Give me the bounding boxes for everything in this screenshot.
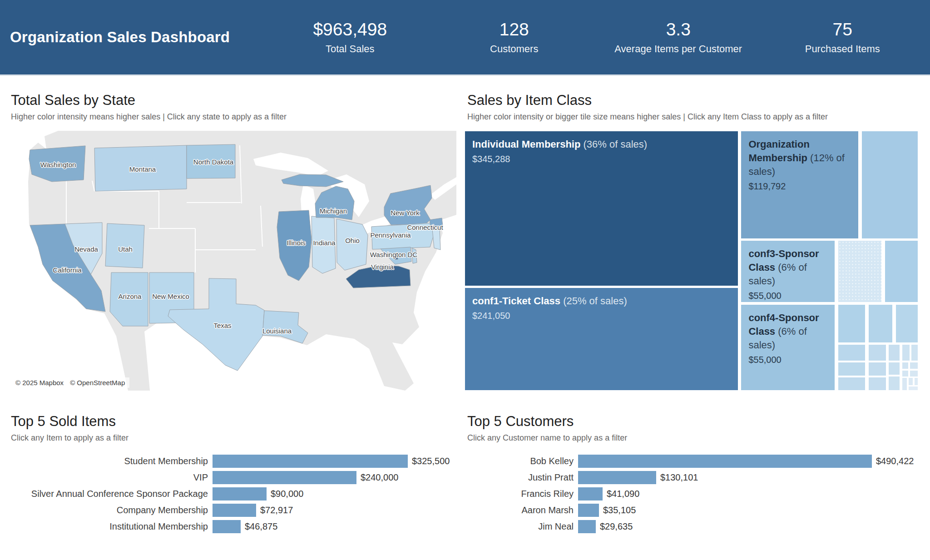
treemap-tile-small-21[interactable]	[910, 370, 918, 377]
sold-item-value: $240,000	[361, 472, 398, 483]
treemap-tile-conf3-sponsor-class[interactable]: conf3-Sponsor Class (6% of sales)$55,000	[741, 240, 835, 302]
panel-top-5-sold-items: Top 5 Sold Items Click any Item to apply…	[8, 391, 456, 535]
customer-label[interactable]: Aaron Marsh	[465, 505, 578, 515]
kpi-purchased-items-label: Purchased Items	[805, 43, 880, 55]
panel-sales-by-item-class: Sales by Item Class Higher color intensi…	[465, 76, 918, 391]
customer-label[interactable]: Jim Neal	[465, 521, 578, 532]
treemap-tile-small-18[interactable]	[902, 362, 909, 369]
tile-value: $55,000	[748, 353, 827, 367]
treemap-tile-small-12[interactable]	[868, 377, 886, 391]
sold-item-label[interactable]: Silver Annual Conference Sponsor Package	[8, 489, 213, 499]
treemap-tile-small-17[interactable]	[911, 344, 918, 361]
customer-bar[interactable]	[578, 504, 599, 517]
label-new-mexico: New Mexico	[152, 292, 189, 300]
sold-item-bar[interactable]	[213, 455, 408, 468]
mapbox-attribution[interactable]: © 2025 Mapbox	[15, 379, 64, 387]
treemap-tile-small-8[interactable]	[838, 362, 866, 376]
label-texas: Texas	[213, 322, 231, 329]
sold-item-row: VIP$240,000	[8, 469, 456, 486]
kpi-customers-value: 128	[500, 20, 529, 40]
treemap-tile-small-1[interactable]	[861, 131, 918, 239]
map-subtitle: Higher color intensity means higher sale…	[11, 112, 456, 122]
map-attribution: © 2025 Mapbox © OpenStreetMap	[11, 377, 129, 388]
sold-item-bar[interactable]	[213, 504, 256, 517]
treemap-tile-small-4[interactable]	[838, 304, 866, 343]
customers-title: Top 5 Customers	[467, 413, 918, 430]
customer-bar[interactable]	[578, 487, 603, 501]
treemap-tile-small-23[interactable]	[908, 377, 913, 385]
kpi-avg-items-label: Average Items per Customer	[614, 43, 742, 55]
us-sales-map[interactable]: Washington Montana North Dakota Nevada U…	[8, 131, 456, 391]
treemap-tile-small-5[interactable]	[868, 304, 893, 343]
tile-title: Individual Membership	[472, 139, 583, 150]
treemap-tile-small-25[interactable]	[908, 386, 918, 391]
tile-title: conf1-Ticket Class	[472, 295, 563, 307]
customer-bar[interactable]	[578, 471, 656, 484]
sold-item-label[interactable]: Student Membership	[8, 456, 213, 466]
treemap-tile-conf4-sponsor-class[interactable]: conf4-Sponsor Class (6% of sales)$55,000	[741, 304, 835, 391]
treemap-tile-small-20[interactable]	[902, 370, 909, 377]
treemap-tile-small-9[interactable]	[838, 377, 866, 391]
customer-row: Jim Neal$29,635	[465, 518, 918, 535]
panel-total-sales-by-state: Total Sales by State Higher color intens…	[8, 76, 456, 391]
label-washington: Washington	[40, 161, 76, 168]
customer-label[interactable]: Bob Kelley	[465, 456, 578, 466]
treemap-tile-small-24[interactable]	[914, 377, 918, 385]
sold-item-bar[interactable]	[213, 487, 267, 501]
sold-item-label[interactable]: Company Membership	[8, 505, 213, 515]
treemap-tile-small-6[interactable]	[895, 304, 918, 343]
treemap-tile-small-3[interactable]	[885, 240, 918, 302]
tile-value: $345,288	[472, 152, 731, 166]
treemap-tile-small-22[interactable]	[902, 377, 907, 391]
treemap-tile-small-2[interactable]	[838, 240, 882, 302]
item-class-treemap: Individual Membership (36% of sales)$345…	[465, 131, 918, 391]
treemap-tile-organization-membership[interactable]: Organization Membership (12% of sales)$1…	[741, 131, 859, 239]
label-north-dakota: North Dakota	[193, 158, 234, 166]
sold-item-value: $90,000	[271, 489, 303, 499]
sold-item-value: $72,917	[260, 505, 293, 515]
sold-item-label[interactable]: Institutional Membership	[8, 521, 213, 532]
customers-subtitle: Click any Customer name to apply as a fi…	[467, 433, 918, 443]
treemap-tile-small-10[interactable]	[868, 344, 886, 361]
customer-value: $35,105	[603, 505, 636, 515]
treemap-tile-small-14[interactable]	[888, 362, 900, 375]
treemap-tile-small-13[interactable]	[888, 344, 900, 361]
label-california: California	[53, 266, 82, 274]
label-connecticut: Connecticut	[407, 223, 443, 231]
treemap-tile-small-7[interactable]	[838, 344, 866, 361]
customer-row: Bob Kelley$490,422	[465, 453, 918, 469]
treemap-tile-small-11[interactable]	[868, 362, 886, 376]
sold-item-bar[interactable]	[213, 520, 241, 533]
treemap-title: Sales by Item Class	[467, 92, 918, 109]
dashboard-title: Organization Sales Dashboard	[0, 29, 230, 46]
sold-item-row: Silver Annual Conference Sponsor Package…	[8, 486, 456, 502]
customer-bar[interactable]	[578, 455, 872, 468]
customer-row: Aaron Marsh$35,105	[465, 502, 918, 518]
sold-item-bar[interactable]	[213, 471, 356, 484]
items-subtitle: Click any Item to apply as a filter	[11, 433, 456, 443]
treemap-tile-small-19[interactable]	[910, 362, 918, 369]
osm-attribution[interactable]: © OpenStreetMap	[70, 379, 125, 387]
kpi-total-sales-label: Total Sales	[326, 43, 375, 55]
treemap-tile-small-15[interactable]	[888, 376, 900, 391]
label-utah: Utah	[118, 245, 133, 253]
kpi-avg-items: 3.3 Average Items per Customer	[596, 0, 761, 74]
tile-title: Organization Membership	[748, 139, 810, 164]
state-ohio[interactable]	[336, 219, 368, 270]
label-new-york: New York	[391, 209, 420, 217]
kpi-bar: $963,498 Total Sales 128 Customers 3.3 A…	[268, 0, 925, 74]
label-indiana: Indiana	[313, 239, 336, 247]
label-illinois: Illinois	[287, 239, 306, 247]
customer-label[interactable]: Justin Pratt	[465, 472, 578, 483]
customer-value: $41,090	[607, 489, 639, 499]
treemap-tile-small-16[interactable]	[902, 344, 910, 361]
treemap-subtitle: Higher color intensity or bigger tile si…	[467, 112, 918, 122]
kpi-total-sales: $963,498 Total Sales	[268, 0, 432, 74]
treemap-tile-conf1-ticket-class[interactable]: conf1-Ticket Class (25% of sales)$241,05…	[465, 287, 738, 391]
tile-pct: (36% of sales)	[583, 139, 647, 150]
dashboard-header: Organization Sales Dashboard $963,498 To…	[0, 0, 930, 76]
customer-label[interactable]: Francis Riley	[465, 489, 578, 499]
treemap-tile-individual-membership[interactable]: Individual Membership (36% of sales)$345…	[465, 131, 738, 286]
sold-item-label[interactable]: VIP	[8, 472, 213, 483]
customer-bar[interactable]	[578, 520, 596, 533]
